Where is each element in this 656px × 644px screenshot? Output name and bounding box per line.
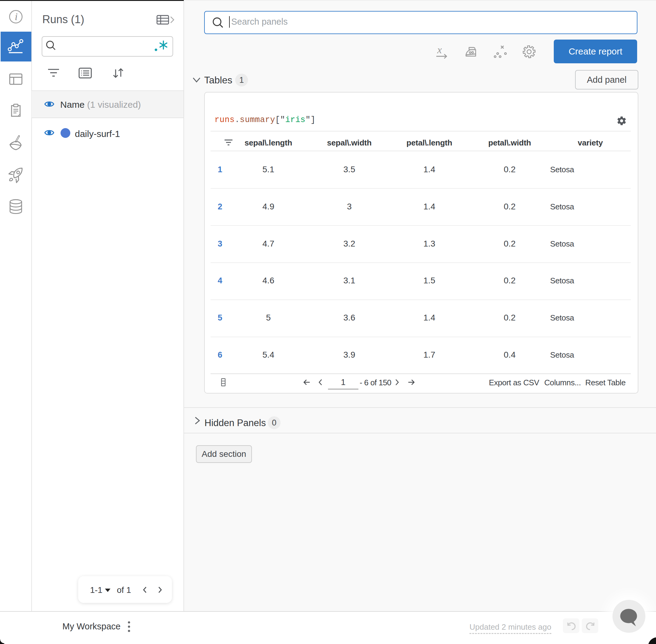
svg-text:x: x	[437, 44, 442, 55]
svg-text:i: i	[15, 11, 17, 22]
